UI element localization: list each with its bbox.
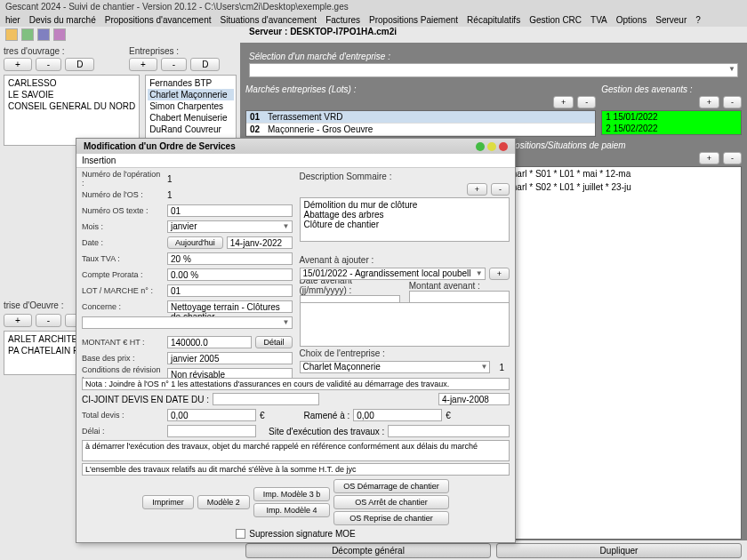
detail-button[interactable]: Détail — [255, 336, 292, 348]
table-row[interactable]: 02Maçonnerie - Gros Oeuvre — [246, 124, 595, 136]
table-row[interactable]: 01Terrassement VRD — [246, 111, 595, 124]
menu-item[interactable]: Factures — [325, 15, 360, 25]
list-item[interactable]: DuRand Couvreur — [148, 124, 234, 135]
total-input[interactable]: 0,00 — [167, 409, 256, 421]
modele2-button[interactable]: Modèle 2 — [197, 495, 250, 509]
menu-item[interactable]: hier — [5, 15, 20, 25]
ramene-input[interactable]: 0,00 — [353, 409, 442, 421]
sup-checkbox[interactable] — [236, 529, 245, 539]
cijoint-input[interactable] — [213, 393, 319, 405]
delai-input[interactable] — [167, 425, 256, 437]
montav-input[interactable] — [409, 291, 510, 303]
menu-item[interactable]: Propositions Paiement — [369, 15, 458, 25]
prorata-input[interactable]: 0.00 % — [167, 268, 293, 281]
month-select[interactable]: janvier — [167, 220, 293, 233]
desc-list[interactable]: Démolition du mur de clôture Abattage de… — [300, 197, 510, 242]
remove-button[interactable]: - — [161, 58, 187, 71]
toolbar-icon[interactable] — [53, 28, 66, 41]
close-icon[interactable] — [499, 142, 508, 151]
imprimer-button[interactable]: Imprimer — [142, 495, 194, 509]
site-label: Site d'exécution des travaux : — [269, 427, 384, 436]
remove-button[interactable]: - — [723, 96, 742, 108]
list-item[interactable]: 1 15/01/2022 — [602, 111, 741, 123]
mo-list[interactable]: CARLESSO LE SAVOIE CONSEIL GENERAL DU NO… — [4, 75, 140, 146]
remove-button[interactable]: - — [36, 58, 61, 71]
osarret-button[interactable]: OS Arrêt de chantier — [333, 495, 449, 509]
field-label: CI-JOINT DEVIS EN DATE DU : — [82, 395, 209, 404]
minimize-icon[interactable] — [476, 142, 485, 151]
add-button[interactable]: + — [489, 268, 510, 280]
remove-button[interactable]: - — [723, 152, 742, 164]
menu-item[interactable]: ? — [695, 15, 701, 25]
date-input[interactable]: 14-janv-2022 — [227, 236, 293, 249]
list-item[interactable]: CONSEIL GENERAL DU NORD — [6, 100, 137, 112]
list-item[interactable]: 1Charl * S01 * L01 * mai * 12-ma — [497, 167, 741, 180]
today-button[interactable]: Aujourd'hui — [167, 236, 223, 249]
concerne-input[interactable]: Nettoyage terrain - Clôtures de chantier — [167, 300, 293, 313]
list-item[interactable]: Abattage des arbres — [302, 210, 508, 220]
remove-button[interactable]: - — [491, 183, 510, 196]
avenant-list[interactable] — [300, 302, 510, 347]
list-item[interactable]: 1Charl * S02 * L01 * juillet * 23-ju — [497, 180, 741, 194]
add-button[interactable]: + — [129, 58, 157, 71]
toolbar-icon[interactable] — [5, 28, 18, 41]
menu-item[interactable]: Serveur — [655, 15, 687, 25]
list-item[interactable]: Charlet Maçonnerie — [148, 89, 234, 100]
lot-input[interactable]: 01 — [167, 284, 293, 297]
avenants-list[interactable]: 1 15/01/2022 2 15/02/2022 — [601, 110, 742, 135]
toolbar-icon[interactable] — [37, 28, 50, 41]
field-label: Base des prix : — [82, 354, 164, 363]
toolbar-icon[interactable] — [21, 28, 34, 41]
osdem-button[interactable]: OS Démarrage de chantier — [333, 479, 449, 493]
list-item[interactable]: LE SAVOIE — [6, 89, 137, 100]
tva-input[interactable]: 20 % — [167, 252, 293, 265]
menu-item[interactable]: Gestion CRC — [529, 15, 582, 25]
impmod3b-button[interactable]: Imp. Modèle 3 b — [253, 487, 331, 501]
impmod4-button[interactable]: Imp. Modèle 4 — [253, 503, 331, 517]
field-label: Date : — [82, 238, 164, 247]
add-button[interactable]: + — [467, 183, 487, 196]
list-item[interactable]: Chabert Menuiserie — [148, 112, 234, 124]
maximize-icon[interactable] — [487, 142, 496, 151]
menu-item[interactable]: TVA — [590, 15, 607, 25]
dupliquer-button[interactable]: Dupliquer — [496, 543, 742, 558]
list-item[interactable]: Simon Charpentes — [148, 100, 234, 112]
menu-item[interactable]: Devis du marché — [29, 15, 96, 25]
ent-list[interactable]: Fernandes BTP Charlet Maçonnerie Simon C… — [145, 75, 237, 146]
montant-input[interactable]: 140000.0 — [167, 336, 252, 348]
lots-table[interactable]: 01Terrassement VRD 02Maçonnerie - Gros O… — [245, 110, 596, 137]
concerne-select[interactable] — [82, 316, 293, 329]
d-button[interactable]: D — [65, 58, 94, 71]
base-input[interactable]: janvier 2005 — [167, 352, 293, 364]
add-button[interactable]: + — [4, 314, 32, 327]
cijoint-date[interactable]: 4-janv-2008 — [438, 393, 510, 405]
note3-text[interactable]: L'ensemble des travaux relatifs au dit m… — [82, 463, 510, 476]
list-item[interactable]: Clôture de chantier — [302, 220, 508, 229]
props-list[interactable]: 1Charl * S01 * L01 * mai * 12-ma 1Charl … — [496, 166, 742, 540]
menu-item[interactable]: Propositions d'avancement — [105, 15, 212, 25]
avenant-select[interactable]: 15/01/2022 - Agrandissement local poubel… — [300, 268, 486, 280]
remove-button[interactable]: - — [36, 314, 61, 327]
site-input[interactable] — [388, 425, 510, 437]
os-text-input[interactable]: 01 — [167, 204, 293, 217]
add-button[interactable]: + — [699, 152, 719, 164]
list-item[interactable]: 2 15/02/2022 — [602, 123, 741, 134]
marche-dropdown[interactable] — [249, 63, 738, 77]
menu-item[interactable]: Situations d'avancement — [220, 15, 317, 25]
choix-label: Choix de l'entreprise : — [300, 348, 510, 358]
add-button[interactable]: + — [553, 96, 574, 108]
d-button[interactable]: D — [190, 58, 220, 71]
rev-input[interactable]: Non révisable — [167, 368, 293, 378]
entreprise-select[interactable]: Charlet Maçonnerie — [300, 361, 491, 373]
add-button[interactable]: + — [699, 96, 719, 108]
list-item[interactable]: Démolition du mur de clôture — [302, 200, 508, 210]
list-item[interactable]: CARLESSO — [6, 77, 137, 89]
remove-button[interactable]: - — [577, 96, 596, 108]
add-button[interactable]: + — [4, 58, 32, 71]
menu-item[interactable]: Options — [616, 15, 647, 25]
menu-item[interactable]: Récapitulatifs — [467, 15, 520, 25]
list-item[interactable]: Fernandes BTP — [148, 77, 234, 89]
osreprise-button[interactable]: OS Reprise de chantier — [333, 511, 449, 525]
note2-text[interactable]: à démarrer l'exécution des travaux, obje… — [82, 440, 510, 461]
decompte-button[interactable]: Décompte général — [245, 543, 491, 558]
